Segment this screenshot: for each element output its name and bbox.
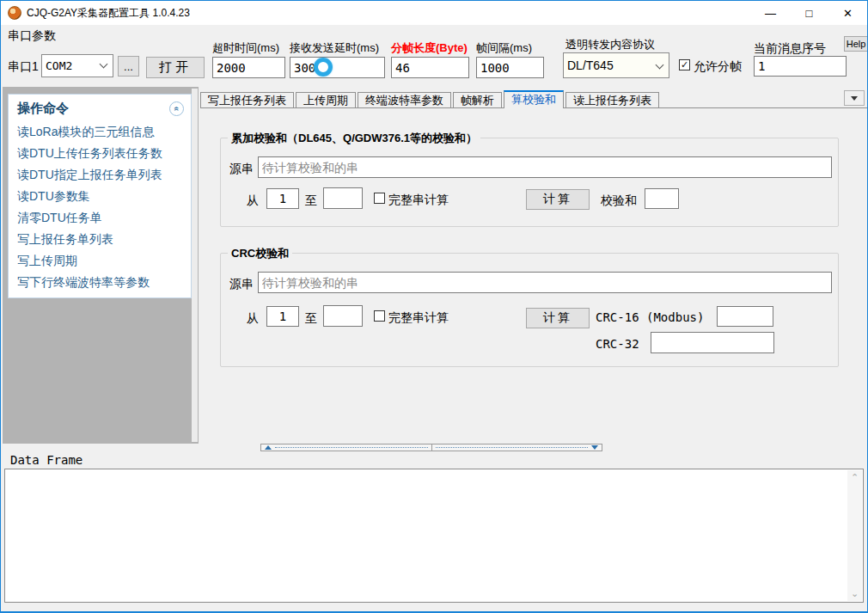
source-string-label: 源串 <box>229 162 254 177</box>
sidebar-container: 操作命令 « 读LoRa模块的三元组信息 读DTU上传任务列表任务数 读DTU指… <box>3 87 199 444</box>
browse-port-button[interactable]: ... <box>118 56 139 77</box>
frame-interval-label: 帧间隔(ms) <box>476 40 532 56</box>
serial-group-label: 串口参数 <box>8 28 56 44</box>
allow-split-label: 允许分帧 <box>694 59 742 75</box>
frame-length-input[interactable] <box>391 57 469 78</box>
checksum-tab-page: 累加校验和（DL645、Q/GDW376.1等的校验和） 源串 从 至 完整串计… <box>200 108 867 444</box>
sidebar-item-read-dtu-task-count[interactable]: 读DTU上传任务列表任务数 <box>9 143 191 164</box>
command-panel-title: 操作命令 <box>17 101 69 115</box>
protocol-select[interactable]: DL/T645 <box>563 52 669 78</box>
minimize-button[interactable]: — <box>751 1 790 25</box>
frame-interval-input[interactable] <box>476 57 544 78</box>
frame-length-label: 分帧长度(Byte) <box>391 40 468 56</box>
checksum-result-label: 校验和 <box>601 193 637 209</box>
data-frame-scrollbar[interactable]: ⌃ ⌄ <box>847 470 862 601</box>
timeout-input[interactable] <box>212 57 285 78</box>
tab-strip: 写上报任务列表 上传周期 终端波特率参数 帧解析 算校验和 读上报任务列表 <box>200 90 867 108</box>
sidebar-item-read-lora-triplet[interactable]: 读LoRa模块的三元组信息 <box>9 121 191 143</box>
tab-frame-parse[interactable]: 帧解析 <box>453 92 502 107</box>
chevron-down-icon <box>100 60 108 69</box>
help-button[interactable]: Help <box>844 36 868 52</box>
scroll-down-icon[interactable]: ⌄ <box>847 586 862 601</box>
from-label: 从 <box>247 311 259 327</box>
crc-full-string-checkbox[interactable] <box>374 310 385 322</box>
crc-checksum-title: CRC校验和 <box>228 246 292 261</box>
triangle-down-icon <box>851 96 858 101</box>
app-icon <box>8 6 21 20</box>
checksum-calc-button[interactable]: 计算 <box>526 189 590 210</box>
open-port-button[interactable]: 打开 <box>146 57 205 78</box>
timeout-label: 超时时间(ms) <box>212 40 279 56</box>
splitter-handle[interactable] <box>260 444 602 451</box>
com-port-value: COM2 <box>46 59 72 72</box>
tab-baudrate-params[interactable]: 终端波特率参数 <box>358 92 451 107</box>
tab-overflow-button[interactable] <box>844 90 865 106</box>
source-string-label: 源串 <box>229 277 254 292</box>
crc-full-string-label: 完整串计算 <box>388 310 449 326</box>
data-frame-textarea[interactable]: ⌃ ⌄ <box>4 469 864 603</box>
crc-from-input[interactable] <box>266 306 299 327</box>
com-port-select[interactable]: COM2 <box>41 54 113 77</box>
splitter-dots <box>436 447 589 448</box>
collapse-icon[interactable]: « <box>169 101 184 116</box>
crc16-result-input[interactable] <box>717 306 773 327</box>
close-button[interactable]: ✕ <box>828 1 867 25</box>
sidebar-item-write-upload-period[interactable]: 写上传周期 <box>9 250 191 272</box>
sidebar-item-clear-dtu-tasks[interactable]: 清零DTU任务单 <box>9 207 191 229</box>
sidebar-item-write-baudrate-params[interactable]: 写下行终端波特率等参数 <box>9 272 191 293</box>
msg-seq-label: 当前消息序号 <box>754 41 826 57</box>
sidebar-scrollbar[interactable] <box>192 89 198 442</box>
to-label: 至 <box>305 311 317 327</box>
allow-split-checkbox[interactable]: ✓ <box>679 59 690 70</box>
crc32-label: CRC-32 <box>596 337 639 351</box>
tab-upload-period[interactable]: 上传周期 <box>296 92 356 107</box>
crc-source-input[interactable] <box>258 272 832 293</box>
app-window: CJQ-G2AY采集器配置工具 1.0.4.23 — □ ✕ 串口参数 串口1 … <box>0 0 868 613</box>
accumulate-checksum-title: 累加校验和（DL645、Q/GDW376.1等的校验和） <box>228 131 480 146</box>
rxtx-delay-input[interactable] <box>290 57 385 78</box>
checksum-result-input[interactable] <box>645 188 679 209</box>
crc-checksum-group: CRC校验和 源串 从 至 完整串计算 计算 CRC-16 (Modbus) C… <box>220 253 839 367</box>
protocol-value: DL/T645 <box>567 58 614 72</box>
to-label: 至 <box>305 193 317 209</box>
splitter-up-icon[interactable] <box>265 445 272 450</box>
maximize-button[interactable]: □ <box>790 1 828 25</box>
checksum-source-input[interactable] <box>258 156 832 178</box>
splitter-down-icon[interactable] <box>591 445 598 450</box>
tab-read-task-list[interactable]: 读上报任务列表 <box>565 92 659 107</box>
sidebar-item-read-dtu-params[interactable]: 读DTU参数集 <box>9 186 191 207</box>
checksum-full-string-checkbox[interactable] <box>374 193 385 204</box>
checksum-to-input[interactable] <box>323 187 363 209</box>
title-bar: CJQ-G2AY采集器配置工具 1.0.4.23 — □ ✕ <box>1 1 867 25</box>
window-title: CJQ-G2AY采集器配置工具 1.0.4.23 <box>27 6 190 21</box>
command-panel-header: 操作命令 « <box>9 95 191 121</box>
from-label: 从 <box>247 193 259 209</box>
protocol-label: 透明转发内容协议 <box>565 37 655 52</box>
chevron-down-icon <box>656 61 664 70</box>
scroll-up-icon[interactable]: ⌃ <box>847 470 862 485</box>
crc32-result-input[interactable] <box>651 332 774 353</box>
splitter-dots <box>275 447 428 448</box>
command-panel: 操作命令 « 读LoRa模块的三元组信息 读DTU上传任务列表任务数 读DTU指… <box>8 94 192 298</box>
crc-calc-button[interactable]: 计算 <box>526 308 590 328</box>
data-frame-label: Data Frame <box>10 453 83 467</box>
rxtx-delay-label: 接收发送延时(ms) <box>290 40 379 56</box>
tab-write-task-list[interactable]: 写上报任务列表 <box>200 92 294 107</box>
crc16-label: CRC-16 (Modbus) <box>596 310 704 324</box>
crc-to-input[interactable] <box>323 305 363 327</box>
serial-port-label: 串口1 <box>8 59 39 75</box>
msg-seq-input[interactable] <box>754 56 847 77</box>
accumulate-checksum-group: 累加校验和（DL645、Q/GDW376.1等的校验和） 源串 从 至 完整串计… <box>220 138 839 227</box>
sidebar-item-read-dtu-task-list[interactable]: 读DTU指定上报任务单列表 <box>9 164 191 186</box>
sidebar-item-write-task-list[interactable]: 写上报任务单列表 <box>9 229 191 250</box>
checksum-from-input[interactable] <box>266 188 299 209</box>
checksum-full-string-label: 完整串计算 <box>388 193 449 208</box>
tab-checksum[interactable]: 算校验和 <box>504 90 564 108</box>
